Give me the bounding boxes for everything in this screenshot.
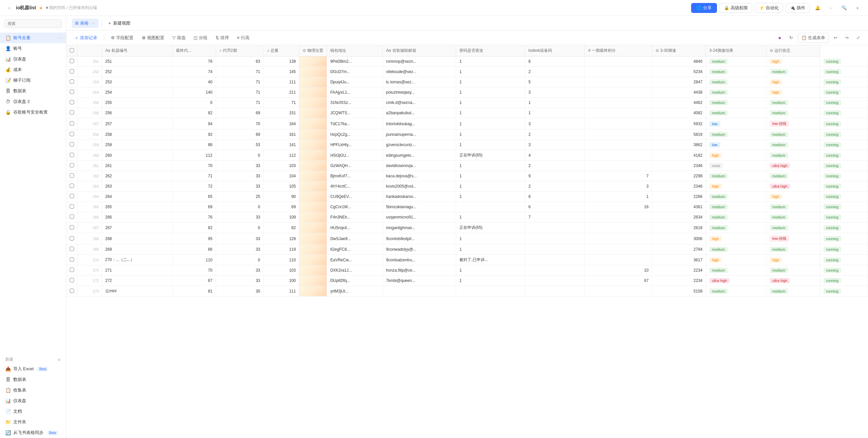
row-checkbox[interactable]: [66, 77, 78, 87]
chevron-down-icon[interactable]: ∨: [58, 357, 61, 362]
row-checkbox[interactable]: [66, 223, 78, 233]
header-status[interactable]: ⊙运行状态: [766, 45, 820, 56]
table-row: 270270：...（二...）1100110EaVReCw...9contsa…: [66, 255, 868, 265]
share-label: 分享: [703, 5, 712, 11]
row-checkbox[interactable]: [66, 87, 78, 98]
row-checkbox[interactable]: [66, 255, 78, 265]
tab-table[interactable]: ⊞ 表格 ⋯: [72, 19, 99, 28]
search-input[interactable]: [4, 19, 62, 28]
header-location[interactable]: ⊙物理位置: [300, 45, 327, 56]
expand-icon[interactable]: ⤢: [854, 33, 863, 42]
share-button[interactable]: 🌐 分享: [691, 3, 717, 13]
header-test-324[interactable]: 3-24测速结果: [706, 45, 767, 56]
more-button[interactable]: ···: [57, 35, 61, 40]
header-token2[interactable]: ♪代币2期: [216, 45, 264, 56]
row-checkbox[interactable]: [66, 67, 78, 77]
row-height-icon: ≡: [237, 35, 240, 40]
cell-todesk: 6: [525, 192, 585, 202]
more-icon[interactable]: ···: [826, 3, 836, 13]
generate-form-button[interactable]: 📋 生成表单: [798, 33, 829, 43]
cell-pwd-changed: 1: [456, 275, 525, 286]
row-checkbox[interactable]: [66, 150, 78, 161]
table-more-icon[interactable]: ⋯: [91, 21, 95, 26]
view-config-icon: 🖥: [142, 35, 146, 40]
row-checkbox[interactable]: [66, 181, 78, 192]
sidebar-item-dashboard2[interactable]: ⏱ 仪表盘 2: [0, 96, 66, 107]
sidebar-item-account-all[interactable]: 📋 账号全量 ···: [0, 33, 66, 43]
sidebar-item-new-data-table[interactable]: 🗄 数据表: [0, 374, 66, 385]
row-checkbox[interactable]: [66, 171, 78, 181]
sidebar-item-doc[interactable]: 📄 文档: [0, 406, 66, 417]
sidebar-item-cost[interactable]: 💰 成本: [0, 64, 66, 75]
cell-google-email: mnganlighmas...: [383, 223, 456, 233]
view-config-button[interactable]: 🖥 视图配置: [139, 33, 167, 42]
field-config-button[interactable]: ⚙ 字段配置: [108, 33, 136, 42]
cell-total: 71: [264, 98, 299, 108]
row-checkbox[interactable]: [66, 244, 78, 255]
row-checkbox[interactable]: [66, 265, 78, 275]
header-pwd-changed[interactable]: 密码是否更改: [456, 45, 525, 56]
sidebar-item-dashboard[interactable]: 📊 仪表盘: [0, 54, 66, 64]
header-total[interactable]: ♪总量: [264, 45, 299, 56]
automate-button[interactable]: ⚡ 自动化: [755, 3, 783, 13]
row-checkbox[interactable]: [66, 98, 78, 108]
refresh-icon[interactable]: ↻: [786, 33, 796, 42]
sidebar-item-account[interactable]: 👤 账号: [0, 43, 66, 54]
header-todesk[interactable]: todesk设备码: [525, 45, 585, 56]
header-speed-330[interactable]: ⊙3-30测速: [652, 45, 706, 56]
cell-last-score: 7: [585, 171, 652, 181]
group-button[interactable]: ◫ 分组: [191, 33, 210, 42]
header-latest[interactable]: 最终代...: [172, 45, 216, 56]
row-checkbox[interactable]: [66, 202, 78, 212]
sidebar-item-data-table[interactable]: 🗄 数据表: [0, 86, 66, 96]
purple-dot-icon[interactable]: ●: [775, 33, 784, 42]
sidebar-item-ladder[interactable]: 📝 梯子订阅: [0, 75, 66, 86]
plugin-button[interactable]: 🔌 插件: [786, 3, 810, 13]
cell-last-score: [585, 108, 652, 118]
sidebar-item-collection[interactable]: 📋 收集表: [0, 385, 66, 396]
cell-latest: 82: [172, 223, 216, 233]
row-checkbox[interactable]: [66, 56, 78, 67]
sidebar-item-new-dashboard[interactable]: 📊 仪表盘: [0, 396, 66, 406]
row-checkbox[interactable]: [66, 275, 78, 286]
undo-icon[interactable]: ↩: [831, 33, 840, 42]
row-checkbox[interactable]: [66, 192, 78, 202]
row-checkbox[interactable]: [66, 108, 78, 118]
cell-speed-330: 4082: [652, 108, 706, 118]
header-wallet[interactable]: 钱包地址: [327, 45, 383, 56]
row-checkbox[interactable]: [66, 286, 78, 296]
sidebar-item-folder[interactable]: 📁 文件夹: [0, 417, 66, 427]
sidebar-item-google-check[interactable]: 🔒 谷歌账号安全检查: [0, 107, 66, 118]
row-checkbox[interactable]: [66, 129, 78, 140]
row-checkbox[interactable]: [66, 140, 78, 150]
row-checkbox[interactable]: [66, 212, 78, 223]
table-row: 26526569069CgCnr1W...5bmzukiamagu...6164…: [66, 202, 868, 212]
back-button[interactable]: ‹: [5, 4, 13, 12]
row-checkbox[interactable]: [66, 233, 78, 244]
header-machine-no[interactable]: Aα机器编号: [101, 45, 172, 56]
sidebar-item-import-excel[interactable]: 📥 导入 Excel Beta: [0, 363, 66, 374]
add-icon[interactable]: ＋: [852, 3, 863, 13]
advanced-button[interactable]: 🔒 高级权限: [720, 3, 752, 13]
cell-last-score: [585, 129, 652, 140]
sidebar-item-sync-feishu[interactable]: 🔄 从飞书表格同步 Beta: [0, 427, 66, 438]
add-record-button[interactable]: ＋ 添加记录: [72, 33, 100, 42]
row-checkbox[interactable]: [66, 161, 78, 171]
cell-last-score: 1: [585, 192, 652, 202]
new-view-button[interactable]: ＋ 新建视图: [104, 19, 134, 28]
cell-speed-badge: medium: [706, 171, 767, 181]
header-last-score[interactable]: #一期最终积分: [585, 45, 652, 56]
cell-token2: 33: [216, 161, 264, 171]
row-checkbox[interactable]: [66, 118, 78, 129]
notification-icon[interactable]: 🔔: [812, 3, 823, 13]
row-height-button[interactable]: ≡ 行高: [234, 33, 252, 42]
header-checkbox[interactable]: [66, 45, 78, 56]
redo-icon[interactable]: ↪: [842, 33, 851, 42]
sort-button[interactable]: ⇅ 排序: [213, 33, 232, 42]
search-icon[interactable]: 🔍: [839, 3, 849, 13]
cell-wallet: 31NcfXSz...: [327, 98, 383, 108]
cell-wallet: DGcD7m...: [327, 67, 383, 77]
header-google-email[interactable]: Aα谷歌辅助邮箱: [383, 45, 456, 56]
star-icon[interactable]: ★: [39, 5, 43, 11]
filter-button[interactable]: ▽ 筛选: [169, 33, 188, 42]
